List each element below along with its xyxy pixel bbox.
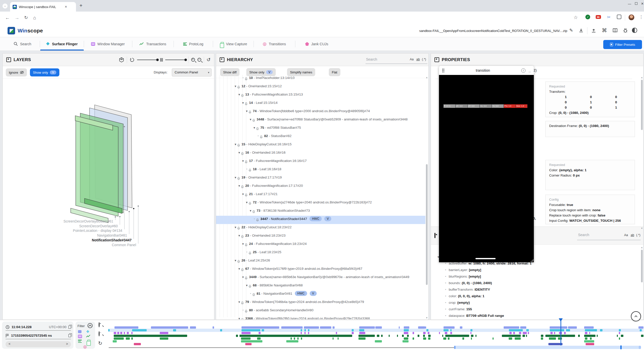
trace-entry-window-manager[interactable]	[127, 332, 129, 334]
trace-entry-transactions[interactable]	[442, 335, 443, 337]
trace-entry-view-capture[interactable]	[375, 340, 382, 342]
tree-node-10[interactable]: •10 - ImePlaceholder:13:14#10	[216, 75, 425, 83]
dark-mode-icon[interactable]	[632, 28, 637, 33]
trace-entry-protolog[interactable]	[114, 337, 124, 340]
tab-view-capture[interactable]: View Capture	[213, 37, 254, 51]
trace-entry-protolog[interactable]	[126, 337, 130, 340]
scroll-up-icon[interactable]: ▲	[426, 76, 428, 79]
timeline-zoom-in[interactable]: +	[99, 323, 100, 327]
expand-arrow-icon[interactable]: ▼	[237, 183, 241, 189]
trace-entry-transitions[interactable]	[586, 343, 594, 345]
screen-recording-icon[interactable]	[78, 330, 82, 333]
tree-node-15[interactable]: ▼15 - HideDisplayCutout:16:16#15	[216, 141, 425, 149]
collapse-panel-icon[interactable]	[6, 57, 11, 62]
copy-icon[interactable]	[68, 334, 71, 337]
regex-button[interactable]: (.*)	[422, 58, 426, 61]
detail-item[interactable]: •currFrame: 155	[431, 306, 639, 313]
trace-entry-window-manager[interactable]	[550, 332, 553, 334]
trace-entry-view-capture[interactable]	[286, 340, 298, 342]
expand-arrow-icon[interactable]: ▼	[234, 257, 237, 264]
collapse-panel-icon[interactable]	[434, 233, 435, 238]
expand-arrow-icon[interactable]: ▼	[249, 207, 252, 214]
forward-icon[interactable]: →	[15, 15, 19, 20]
trace-entry-surface-flinger[interactable]	[640, 329, 642, 331]
trace-entry-protolog[interactable]	[541, 337, 543, 340]
window-manager-icon[interactable]	[78, 335, 82, 338]
expand-arrow-icon[interactable]: ▼	[234, 174, 237, 181]
trace-entry-surface-flinger[interactable]	[426, 329, 428, 331]
trace-entry-screen-recording[interactable]	[359, 326, 375, 329]
edit-trace-icon[interactable]: ✎	[569, 28, 573, 33]
pin-icon[interactable]	[241, 152, 244, 155]
scrollbar-thumb[interactable]	[641, 80, 643, 130]
trace-entry-protolog[interactable]	[549, 337, 556, 340]
trace-entry-transactions[interactable]	[641, 335, 643, 337]
transactions-icon[interactable]	[86, 335, 91, 338]
pin-icon[interactable]	[245, 102, 248, 106]
tree-node-68[interactable]: ▼68 - 885b63e NavigationBar0#68	[216, 282, 425, 290]
tree-node-3447[interactable]: •3447 - NotificationShade#3447HWCV	[216, 216, 425, 224]
trace-entry-screen-recording[interactable]	[114, 326, 138, 329]
trace-entry-surface-flinger[interactable]	[262, 329, 264, 331]
pin-icon[interactable]	[245, 277, 248, 280]
tab-window-manager[interactable]: Window Manager	[84, 37, 132, 51]
pin-icon[interactable]	[245, 77, 248, 81]
trace-entry-protolog[interactable]	[241, 337, 251, 340]
trace-entry-surface-flinger[interactable]	[132, 329, 147, 331]
trace-entry-surface-flinger[interactable]	[301, 329, 302, 331]
layer-label[interactable]: ScreenDecorOverlayBottom#61	[10, 219, 113, 223]
tree-node-80[interactable]: •80 - ace6abb SecondaryHomeHandle0#80	[216, 307, 425, 315]
match-case-button[interactable]: Aa	[624, 233, 628, 237]
trace-entry-window-manager[interactable]	[450, 332, 452, 334]
trace-entry-surface-flinger[interactable]	[470, 329, 472, 331]
download-icon[interactable]	[579, 28, 584, 33]
layer-label[interactable]: ScreenDecorOverlay#60	[14, 224, 118, 228]
trace-entry-surface-flinger[interactable]	[404, 329, 409, 331]
bookmark-star-icon[interactable]: ☆	[574, 15, 578, 20]
pin-icon[interactable]	[245, 160, 248, 164]
pin-icon[interactable]	[245, 310, 248, 313]
scrollbar-thumb[interactable]	[641, 250, 643, 282]
expand-arrow-icon[interactable]: ▼	[241, 274, 245, 280]
tree-node-16[interactable]: ▼16 - OneHanded:16:16#16	[216, 149, 425, 158]
expand-arrow-icon[interactable]: ▼	[237, 232, 241, 239]
trace-entry-window-manager[interactable]	[509, 332, 512, 334]
tree-node-24[interactable]: ▼24 - FullscreenMagnification:18:23#24	[216, 241, 425, 249]
tab-protolog[interactable]: ProtoLog	[174, 37, 213, 51]
trace-entry-surface-flinger[interactable]	[352, 329, 354, 331]
expand-arrow-icon[interactable]: ▼	[241, 100, 245, 106]
trace-entry-transactions[interactable]	[389, 335, 390, 337]
trace-entry-window-manager[interactable]	[519, 332, 521, 334]
trace-entry-screen-recording[interactable]	[584, 326, 594, 329]
collapse-panel-icon[interactable]	[434, 57, 439, 62]
surface-flinger-icon[interactable]: ❖	[86, 330, 92, 333]
trace-entry-protolog[interactable]	[333, 337, 334, 340]
trace-entry-transactions[interactable]	[381, 335, 383, 337]
tree-node-21[interactable]: ▼21 - Leaf:17:17#21	[216, 191, 425, 199]
trace-entry-window-manager[interactable]	[352, 332, 354, 334]
pin-icon[interactable]	[237, 177, 240, 180]
minimize-icon[interactable]: _	[529, 68, 531, 73]
trace-entry-screen-recording[interactable]	[504, 326, 519, 329]
trace-entry-surface-flinger[interactable]	[585, 329, 597, 331]
trace-entry-screen-recording[interactable]	[568, 326, 577, 329]
trace-entry-screen-recording[interactable]	[242, 326, 279, 329]
reload-icon[interactable]: ↻	[24, 15, 28, 20]
trace-entry-window-manager[interactable]	[439, 332, 440, 334]
trace-entry-screen-recording[interactable]	[425, 326, 426, 329]
pin-icon[interactable]	[260, 136, 263, 139]
detail-scrollbar[interactable]: ▲	[640, 246, 643, 319]
trace-entry-protolog[interactable]	[358, 337, 366, 340]
trace-entry-protolog[interactable]	[294, 337, 295, 340]
trace-entry-window-manager[interactable]	[259, 332, 261, 334]
trace-entry-screen-recording[interactable]	[418, 326, 425, 329]
trace-entry-transactions[interactable]	[236, 335, 238, 337]
trace-entry-window-manager[interactable]	[124, 332, 125, 334]
trace-entry-transactions[interactable]	[502, 335, 521, 337]
trace-entry-screen-recording[interactable]	[460, 326, 462, 329]
trace-entry-window-manager[interactable]	[308, 332, 309, 334]
trace-entry-protolog[interactable]	[131, 337, 133, 340]
trace-entry-surface-flinger[interactable]	[304, 329, 306, 331]
trace-entry-window-manager[interactable]	[423, 332, 426, 334]
pin-icon[interactable]	[256, 127, 259, 130]
